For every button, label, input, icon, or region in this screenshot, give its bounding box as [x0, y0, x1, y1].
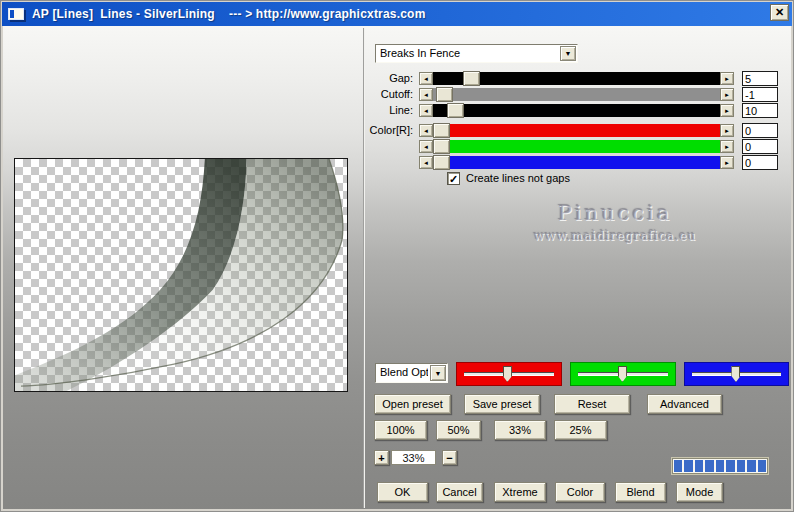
slider-thumb[interactable] [433, 155, 450, 170]
blend-slider-blue[interactable] [684, 362, 789, 386]
ribbon-image [15, 159, 347, 391]
color-button[interactable]: Color [555, 482, 605, 502]
close-icon: ✕ [775, 6, 784, 19]
window-title: AP [Lines] Lines - SilverLining --- > ht… [32, 7, 426, 21]
slider-value-input-blue[interactable] [742, 155, 778, 170]
slider-track[interactable] [433, 72, 720, 85]
progress-segment [695, 460, 703, 472]
chevron-down-icon: ▼ [565, 50, 572, 57]
slider-left-arrow-button[interactable]: ◄ [419, 72, 433, 85]
slider-right-arrow-button[interactable]: ► [720, 104, 734, 117]
left-arrow-icon: ◄ [423, 92, 429, 98]
zoom-out-button[interactable]: − [442, 450, 457, 465]
cancel-button[interactable]: Cancel [436, 482, 483, 502]
slider-label: Cutoff: [357, 88, 413, 101]
slider-right-arrow-button[interactable]: ► [720, 124, 734, 137]
zoom-level-field: 33% [391, 450, 436, 465]
advanced-button[interactable]: Advanced [647, 394, 722, 414]
slider-thumb[interactable] [447, 103, 464, 118]
blend-slider-thumb[interactable] [618, 366, 627, 382]
window-icon [8, 8, 24, 20]
zoom-50-button[interactable]: 50% [436, 420, 481, 440]
progress-segment [674, 460, 682, 472]
mode-button[interactable]: Mode [676, 482, 723, 502]
blend-slider-thumb[interactable] [731, 366, 740, 382]
slider-value-input-gap[interactable] [742, 71, 778, 86]
blend-options-dropdown[interactable]: Blend Opti ▼ [375, 363, 448, 383]
ok-button[interactable]: OK [377, 482, 428, 502]
right-arrow-icon: ► [724, 144, 730, 150]
slider-value-input-cutoff[interactable] [742, 87, 778, 102]
watermark-url: www.maidiregrafica.eu [495, 229, 735, 243]
slider-right-arrow-button[interactable]: ► [720, 156, 734, 169]
save-preset-button[interactable]: Save preset [464, 394, 540, 414]
blend-button[interactable]: Blend [615, 482, 666, 502]
zoom-in-button[interactable]: + [374, 450, 389, 465]
progress-segment [758, 460, 766, 472]
open-preset-button[interactable]: Open preset [374, 394, 451, 414]
slider-row-color-red: Color[R]: ◄ ► [357, 124, 737, 137]
left-arrow-icon: ◄ [423, 128, 429, 134]
watermark: Pinuccia www.maidiregrafica.eu [495, 201, 735, 243]
slider-thumb[interactable] [433, 139, 450, 154]
blend-slider-thumb[interactable] [503, 366, 512, 382]
slider-value-input-red[interactable] [742, 123, 778, 138]
slider-row-color-blue: ◄ ► [357, 156, 737, 169]
slider-thumb[interactable] [433, 123, 450, 138]
left-arrow-icon: ◄ [423, 108, 429, 114]
blend-slider-green[interactable] [570, 362, 676, 386]
slider-value-input-line[interactable] [742, 103, 778, 118]
left-arrow-icon: ◄ [423, 76, 429, 82]
right-arrow-icon: ► [724, 128, 730, 134]
slider-left-arrow-button[interactable]: ◄ [419, 124, 433, 137]
slider-left-arrow-button[interactable]: ◄ [419, 104, 433, 117]
progress-segment [684, 460, 692, 472]
left-arrow-icon: ◄ [423, 160, 429, 166]
slider-left-arrow-button[interactable]: ◄ [419, 88, 433, 101]
slider-left-arrow-button[interactable]: ◄ [419, 156, 433, 169]
preview-canvas[interactable] [14, 158, 348, 392]
watermark-name: Pinuccia [495, 201, 735, 225]
blend-options-dropdown-button[interactable]: ▼ [430, 365, 446, 381]
slider-thumb[interactable] [463, 71, 480, 86]
progress-bar [672, 458, 768, 474]
reset-button[interactable]: Reset [554, 394, 630, 414]
preset-dropdown[interactable]: Breaks In Fence ▼ [375, 44, 578, 63]
right-arrow-icon: ► [724, 160, 730, 166]
right-arrow-icon: ► [724, 108, 730, 114]
slider-right-arrow-button[interactable]: ► [720, 88, 734, 101]
left-arrow-icon: ◄ [423, 144, 429, 150]
slider-right-arrow-button[interactable]: ► [720, 72, 734, 85]
zoom-25-button[interactable]: 25% [554, 420, 607, 440]
slider-row-color-green: ◄ ► [357, 140, 737, 153]
slider-left-arrow-button[interactable]: ◄ [419, 140, 433, 153]
create-lines-checkbox[interactable]: ✓ [447, 172, 460, 185]
right-arrow-icon: ► [724, 76, 730, 82]
slider-row-cutoff: Cutoff: ◄ ► [357, 88, 737, 101]
progress-segment [705, 460, 713, 472]
slider-value-input-green[interactable] [742, 139, 778, 154]
zoom-100-button[interactable]: 100% [374, 420, 427, 440]
slider-label: Color[R]: [357, 124, 413, 137]
preset-dropdown-value: Breaks In Fence [380, 47, 558, 59]
slider-track[interactable] [433, 156, 720, 169]
progress-segment [747, 460, 755, 472]
slider-track[interactable] [433, 140, 720, 153]
xtreme-button[interactable]: Xtreme [494, 482, 546, 502]
create-lines-checkbox-label: Create lines not gaps [466, 172, 570, 185]
zoom-33-button[interactable]: 33% [494, 420, 546, 440]
slider-right-arrow-button[interactable]: ► [720, 140, 734, 153]
blend-options-dropdown-value: Blend Opti [380, 366, 428, 378]
title-bar: AP [Lines] Lines - SilverLining --- > ht… [2, 2, 792, 26]
slider-track[interactable] [433, 124, 720, 137]
progress-segment [726, 460, 734, 472]
slider-track[interactable] [433, 88, 720, 101]
preset-dropdown-button[interactable]: ▼ [560, 46, 576, 61]
slider-thumb[interactable] [436, 87, 453, 102]
checkmark-icon: ✓ [449, 174, 458, 184]
slider-label: Gap: [357, 72, 413, 85]
right-arrow-icon: ► [724, 92, 730, 98]
blend-slider-red[interactable] [456, 362, 562, 386]
slider-track[interactable] [433, 104, 720, 117]
close-button[interactable]: ✕ [770, 4, 789, 21]
